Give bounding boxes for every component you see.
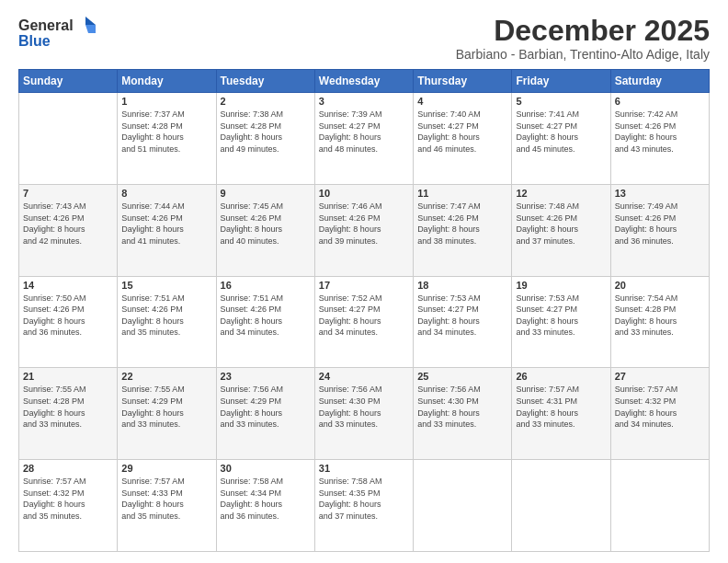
week-row-3: 14Sunrise: 7:50 AM Sunset: 4:26 PM Dayli… [19,276,710,368]
week-row-4: 21Sunrise: 7:55 AM Sunset: 4:28 PM Dayli… [19,368,710,460]
day-cell: 1Sunrise: 7:37 AM Sunset: 4:28 PM Daylig… [118,93,216,185]
day-number: 10 [319,188,409,199]
day-number: 4 [417,96,507,107]
day-info: Sunrise: 7:58 AM Sunset: 4:35 PM Dayligh… [319,476,409,522]
day-info: Sunrise: 7:57 AM Sunset: 4:31 PM Dayligh… [516,384,606,430]
day-number: 8 [121,188,211,199]
day-number: 23 [221,371,311,382]
day-info: Sunrise: 7:39 AM Sunset: 4:27 PM Dayligh… [319,109,409,155]
day-info: Sunrise: 7:51 AM Sunset: 4:26 PM Dayligh… [221,293,311,339]
day-cell [414,460,512,552]
day-number: 21 [23,371,113,382]
day-info: Sunrise: 7:56 AM Sunset: 4:30 PM Dayligh… [319,384,409,430]
day-number: 27 [615,371,705,382]
svg-marker-0 [85,17,96,25]
day-number: 24 [319,371,409,382]
day-number: 1 [121,96,211,107]
day-number: 19 [516,280,606,291]
day-info: Sunrise: 7:47 AM Sunset: 4:26 PM Dayligh… [417,201,507,247]
day-number: 7 [23,188,113,199]
logo-general-text: General [18,17,74,34]
day-info: Sunrise: 7:41 AM Sunset: 4:27 PM Dayligh… [516,109,606,155]
day-number: 15 [121,280,211,291]
day-info: Sunrise: 7:57 AM Sunset: 4:32 PM Dayligh… [23,476,113,522]
day-number: 20 [615,280,705,291]
day-number: 12 [516,188,606,199]
day-number: 5 [516,96,606,107]
month-title: December 2025 [456,15,710,47]
day-cell: 29Sunrise: 7:57 AM Sunset: 4:33 PM Dayli… [118,460,216,552]
day-cell: 22Sunrise: 7:55 AM Sunset: 4:29 PM Dayli… [118,368,216,460]
day-cell: 13Sunrise: 7:49 AM Sunset: 4:26 PM Dayli… [610,184,709,276]
day-info: Sunrise: 7:54 AM Sunset: 4:28 PM Dayligh… [615,293,705,339]
day-info: Sunrise: 7:48 AM Sunset: 4:26 PM Dayligh… [516,201,606,247]
day-cell: 12Sunrise: 7:48 AM Sunset: 4:26 PM Dayli… [512,184,610,276]
day-cell: 31Sunrise: 7:58 AM Sunset: 4:35 PM Dayli… [314,460,413,552]
day-cell: 11Sunrise: 7:47 AM Sunset: 4:26 PM Dayli… [414,184,512,276]
day-info: Sunrise: 7:44 AM Sunset: 4:26 PM Dayligh… [121,201,211,247]
day-info: Sunrise: 7:57 AM Sunset: 4:33 PM Dayligh… [121,476,211,522]
day-info: Sunrise: 7:49 AM Sunset: 4:26 PM Dayligh… [615,201,705,247]
day-info: Sunrise: 7:38 AM Sunset: 4:28 PM Dayligh… [221,109,311,155]
day-cell: 3Sunrise: 7:39 AM Sunset: 4:27 PM Daylig… [314,93,413,185]
day-info: Sunrise: 7:45 AM Sunset: 4:26 PM Dayligh… [221,201,311,247]
col-header-sunday: Sunday [19,70,118,93]
day-info: Sunrise: 7:46 AM Sunset: 4:26 PM Dayligh… [319,201,409,247]
day-number: 31 [319,463,409,474]
week-row-1: 1Sunrise: 7:37 AM Sunset: 4:28 PM Daylig… [19,93,710,185]
col-header-monday: Monday [118,70,216,93]
calendar-header-row: SundayMondayTuesdayWednesdayThursdayFrid… [19,70,710,93]
day-info: Sunrise: 7:53 AM Sunset: 4:27 PM Dayligh… [516,293,606,339]
day-info: Sunrise: 7:43 AM Sunset: 4:26 PM Dayligh… [23,201,113,247]
day-info: Sunrise: 7:58 AM Sunset: 4:34 PM Dayligh… [221,476,311,522]
col-header-tuesday: Tuesday [216,70,314,93]
day-cell: 5Sunrise: 7:41 AM Sunset: 4:27 PM Daylig… [512,93,610,185]
day-cell: 21Sunrise: 7:55 AM Sunset: 4:28 PM Dayli… [19,368,118,460]
week-row-5: 28Sunrise: 7:57 AM Sunset: 4:32 PM Dayli… [19,460,710,552]
day-number: 26 [516,371,606,382]
col-header-saturday: Saturday [610,70,709,93]
day-cell: 18Sunrise: 7:53 AM Sunset: 4:27 PM Dayli… [414,276,512,368]
day-cell: 30Sunrise: 7:58 AM Sunset: 4:34 PM Dayli… [216,460,314,552]
day-info: Sunrise: 7:56 AM Sunset: 4:30 PM Dayligh… [417,384,507,430]
col-header-thursday: Thursday [414,70,512,93]
day-number: 18 [417,280,507,291]
day-number: 6 [615,96,705,107]
day-cell: 10Sunrise: 7:46 AM Sunset: 4:26 PM Dayli… [314,184,413,276]
day-cell: 25Sunrise: 7:56 AM Sunset: 4:30 PM Dayli… [414,368,512,460]
day-number: 30 [221,463,311,474]
week-row-2: 7Sunrise: 7:43 AM Sunset: 4:26 PM Daylig… [19,184,710,276]
day-number: 3 [319,96,409,107]
day-cell: 2Sunrise: 7:38 AM Sunset: 4:28 PM Daylig… [216,93,314,185]
logo-blue-text: Blue [18,33,51,50]
day-info: Sunrise: 7:40 AM Sunset: 4:27 PM Dayligh… [417,109,507,155]
day-number: 29 [121,463,211,474]
col-header-friday: Friday [512,70,610,93]
day-cell: 28Sunrise: 7:57 AM Sunset: 4:32 PM Dayli… [19,460,118,552]
day-cell: 6Sunrise: 7:42 AM Sunset: 4:26 PM Daylig… [610,93,709,185]
day-number: 2 [221,96,311,107]
day-number: 13 [615,188,705,199]
day-info: Sunrise: 7:42 AM Sunset: 4:26 PM Dayligh… [615,109,705,155]
day-info: Sunrise: 7:52 AM Sunset: 4:27 PM Dayligh… [319,293,409,339]
day-cell: 4Sunrise: 7:40 AM Sunset: 4:27 PM Daylig… [414,93,512,185]
logo: General Blue [18,15,96,50]
header: General Blue December 2025 Barbiano - Ba… [18,15,710,62]
page: General Blue December 2025 Barbiano - Ba… [0,0,728,563]
day-info: Sunrise: 7:56 AM Sunset: 4:29 PM Dayligh… [221,384,311,430]
day-cell: 8Sunrise: 7:44 AM Sunset: 4:26 PM Daylig… [118,184,216,276]
day-info: Sunrise: 7:57 AM Sunset: 4:32 PM Dayligh… [615,384,705,430]
day-cell: 20Sunrise: 7:54 AM Sunset: 4:28 PM Dayli… [610,276,709,368]
day-cell: 26Sunrise: 7:57 AM Sunset: 4:31 PM Dayli… [512,368,610,460]
day-cell [19,93,118,185]
title-section: December 2025 Barbiano - Barbian, Trenti… [456,15,710,62]
day-info: Sunrise: 7:53 AM Sunset: 4:27 PM Dayligh… [417,293,507,339]
day-cell [512,460,610,552]
day-cell: 7Sunrise: 7:43 AM Sunset: 4:26 PM Daylig… [19,184,118,276]
day-cell: 16Sunrise: 7:51 AM Sunset: 4:26 PM Dayli… [216,276,314,368]
day-info: Sunrise: 7:55 AM Sunset: 4:28 PM Dayligh… [23,384,113,430]
day-number: 14 [23,280,113,291]
day-cell: 9Sunrise: 7:45 AM Sunset: 4:26 PM Daylig… [216,184,314,276]
logo-container: General Blue [18,15,96,50]
calendar-table: SundayMondayTuesdayWednesdayThursdayFrid… [18,69,710,552]
